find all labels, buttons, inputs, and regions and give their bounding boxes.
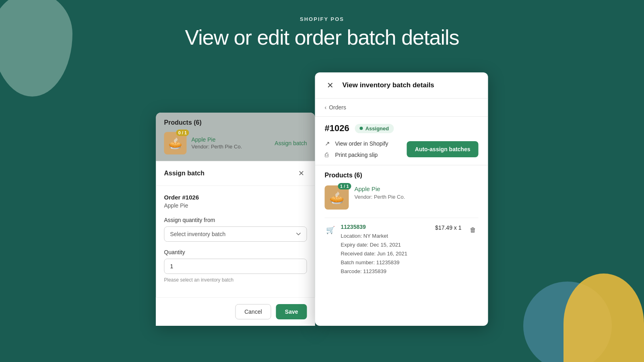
assigned-status-badge: Assigned [355,124,394,133]
back-label: Orders [329,104,346,111]
batch-number-link[interactable]: 11235839 [341,224,431,230]
assign-batch-footer: Cancel Save [156,297,315,326]
order-number-row: #1026 Assigned [325,123,479,134]
save-button[interactable]: Save [276,304,307,319]
assign-batch-order-title: Order #1026 [164,194,307,201]
order-section: #1026 Assigned ↗ View order in Shopify ⎙… [315,117,488,165]
right-product-badge: 1 / 1 [338,183,351,189]
right-product-info: Apple Pie Vendor: Perth Pie Co. [355,185,479,200]
printer-icon: ⎙ [325,151,332,158]
batch-detail-info: 11235839 Location: NY Market Expiry date… [341,224,431,276]
right-panel-close-button[interactable]: ✕ [325,80,336,91]
page-header: SHOPIFY POS View or edit order batch det… [0,0,644,62]
external-link-icon: ↗ [325,140,332,147]
batch-actions-right: $17.49 x 1 🗑 [435,224,478,236]
back-to-orders-link[interactable]: ‹ Orders [325,104,479,111]
right-product-name[interactable]: Apple Pie [355,185,479,192]
order-actions: ↗ View order in Shopify ⎙ Print packing … [325,140,479,158]
print-packing-slip-link[interactable]: ⎙ Print packing slip [325,151,388,158]
product-name[interactable]: Apple Pie [192,136,270,143]
delete-batch-button[interactable]: 🗑 [467,224,479,236]
badge-dot [360,127,363,130]
cart-icon: 🛒 [325,224,336,236]
assign-batch-order-product: Apple Pie [164,202,307,209]
view-order-link[interactable]: ↗ View order in Shopify [325,140,388,147]
auto-assign-button[interactable]: Auto-assign batches [407,141,479,157]
products-header-section: Products (6) 🥧 0 / 1 Apple Pie Vendor: P… [156,113,315,161]
product-image-wrapper: 🥧 0 / 1 [164,132,187,154]
page-subtitle: SHOPIFY POS [0,16,644,22]
right-panel-title: View inventory batch details [343,81,434,89]
batch-location: Location: NY Market [341,233,388,239]
batch-price: $17.49 x 1 [435,224,461,231]
quantity-label: Quantity [164,249,307,255]
assign-qty-label: Assign quantity from [164,217,307,223]
assign-batch-body: Order #1026 Apple Pie Assign quantity fr… [156,186,315,297]
right-products-title: Products (6) [325,172,479,179]
right-panel-header: ✕ View inventory batch details [315,72,488,99]
order-actions-left: ↗ View order in Shopify ⎙ Print packing … [325,140,388,158]
products-section-title: Products (6) [164,119,307,126]
order-number: #1026 [325,123,349,134]
assign-batch-header: Assign batch ✕ [156,161,315,186]
quantity-input[interactable] [164,259,307,274]
batch-meta: Location: NY Market Expiry date: Dec 15,… [341,232,431,276]
page-title: View or edit order batch details [0,25,644,49]
left-panel: Products (6) 🥧 0 / 1 Apple Pie Vendor: P… [156,113,315,326]
product-vendor: Vendor: Perth Pie Co. [192,144,242,150]
assign-batch-dialog: Assign batch ✕ Order #1026 Apple Pie Ass… [156,161,315,326]
assign-batch-close-button[interactable]: ✕ [296,168,307,179]
batch-barcode: Barcode: 11235839 [341,268,386,274]
quantity-helper-text: Please select an inventory batch [164,277,307,283]
right-products-section: Products (6) 🥧 1 / 1 Apple Pie Vendor: P… [315,165,488,288]
product-row: 🥧 0 / 1 Apple Pie Vendor: Perth Pie Co. … [164,132,307,154]
panels-container: Products (6) 🥧 0 / 1 Apple Pie Vendor: P… [156,72,488,326]
assign-batch-link[interactable]: Assign batch [275,140,307,146]
cancel-button[interactable]: Cancel [235,304,271,319]
right-panel-nav: ‹ Orders [315,99,488,117]
batch-detail-row: 🛒 11235839 Location: NY Market Expiry da… [325,218,479,282]
inventory-batch-select[interactable]: Select inventory batch [164,226,307,242]
right-panel: ✕ View inventory batch details ‹ Orders … [315,72,488,326]
batch-expiry: Expiry date: Dec 15, 2021 [341,242,401,248]
back-chevron-icon: ‹ [325,104,327,111]
print-label: Print packing slip [335,152,378,158]
product-qty-badge: 0 / 1 [176,130,189,136]
right-product-row: 🥧 1 / 1 Apple Pie Vendor: Perth Pie Co. [325,185,479,210]
status-label: Assigned [365,125,389,132]
view-order-label: View order in Shopify [335,140,388,147]
right-product-vendor: Vendor: Perth Pie Co. [355,194,405,200]
assign-batch-title: Assign batch [164,170,204,177]
right-product-image: 🥧 1 / 1 [325,185,349,210]
product-info: Apple Pie Vendor: Perth Pie Co. [192,136,270,150]
batch-received: Received date: Jun 16, 2021 [341,251,408,257]
batch-number-label: Batch number: 11235839 [341,259,400,265]
